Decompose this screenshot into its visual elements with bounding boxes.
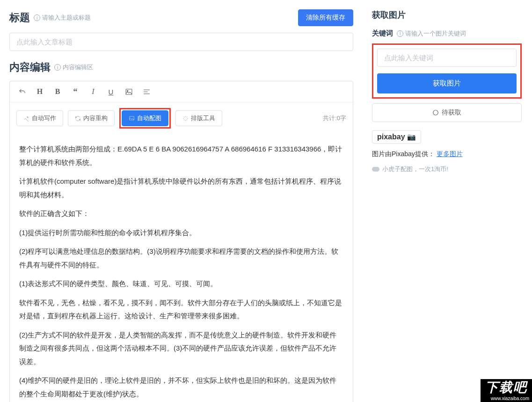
editor-paragraph: (4)维护不同的硬件是旧的，理论上软件是旧的，并不坏，但实际上软件也是旧的和坏的… <box>19 374 343 401</box>
more-images-link[interactable]: 更多图片 <box>437 150 463 158</box>
provider-line: 图片由Pixabay提供： 更多图片 <box>372 150 522 158</box>
editor-paragraph: (2)生产方式不同的软件是开发，是人类智能的高发挥，而不是传统意义上的硬件制造。… <box>19 329 343 369</box>
editor-paragraph: 软件的正确含义如下： <box>19 207 343 221</box>
editor-paragraph: 计算机软件(computer software)是指计算机系统中除硬件以外的所有… <box>19 175 343 201</box>
editor-paragraph: 整个计算机系统由两部分组成：E.69DA 5 E 6 BA 9062616964… <box>19 143 343 169</box>
fetch-image-button[interactable]: 获取图片 <box>377 73 517 93</box>
info-icon: i <box>54 64 61 71</box>
editor-box: H B “ I U 自动写作 内容重构 <box>9 81 353 402</box>
cloud-icon <box>372 167 379 172</box>
svg-rect-0 <box>126 89 132 94</box>
underline-icon[interactable]: U <box>105 86 117 97</box>
svg-point-6 <box>433 110 438 115</box>
auto-image-button[interactable]: 自动配图 <box>122 110 168 126</box>
bold-icon[interactable]: B <box>52 86 63 97</box>
title-hint: i 请输入主题或标题 <box>34 14 91 22</box>
article-title-input[interactable] <box>9 33 353 51</box>
pixabay-badge: pixabay 📷 <box>372 130 421 144</box>
undo-icon[interactable] <box>16 86 28 97</box>
align-icon[interactable] <box>141 86 152 97</box>
camera-icon: 📷 <box>407 133 416 141</box>
title-header: 标题 i 请输入主题或标题 清除所有缓存 <box>9 9 353 26</box>
fetch-image-title: 获取图片 <box>372 9 522 21</box>
layout-tool-button[interactable]: 排版工具 <box>175 110 222 126</box>
clear-cache-button[interactable]: 清除所有缓存 <box>298 9 353 26</box>
main-panel: 标题 i 请输入主题或标题 清除所有缓存 内容编辑 i 内容编辑区 H <box>0 0 363 402</box>
editor-paragraph: (1)表达形式不同的硬件类型、颜色、味道、可见、可摸、可闻。 <box>19 277 343 291</box>
keyword-label: 关键词 <box>372 29 393 38</box>
editor-paragraph: (2)程序可以满意地处理信息的数据结构。(3)说明程序功能要求和程序需要的文档的… <box>19 245 343 272</box>
tip-line: 小虎子配图，一次1淘币! <box>372 165 522 173</box>
title-label: 标题 <box>9 11 30 25</box>
editor-paragraph: (1)提供运行时所需功能和性能的命令或计算机程序集合。 <box>19 226 343 240</box>
content-header: 内容编辑 i 内容编辑区 <box>9 60 353 74</box>
word-counter: 共计:0字 <box>323 114 346 122</box>
restructure-button[interactable]: 内容重构 <box>68 110 115 126</box>
auto-write-button[interactable]: 自动写作 <box>16 110 63 126</box>
content-hint: i 内容编辑区 <box>54 63 93 72</box>
keyword-label-row: 关键词 i 请输入一个图片关键词 <box>372 29 522 38</box>
image-icon[interactable] <box>123 86 134 97</box>
action-toolbar: 自动写作 内容重构 自动配图 排版工具 <box>10 102 353 134</box>
keyword-input[interactable] <box>377 49 517 67</box>
sidebar-panel: 获取图片 关键词 i 请输入一个图片关键词 获取图片 待获取 pixabay 📷… <box>363 0 531 402</box>
auto-image-highlight: 自动配图 <box>119 108 171 129</box>
format-toolbar: H B “ I U <box>10 81 353 102</box>
heading-icon[interactable]: H <box>34 86 45 97</box>
editor-content[interactable]: 整个计算机系统由两部分组成：E.69DA 5 E 6 BA 9062616964… <box>10 134 353 402</box>
svg-point-1 <box>127 90 128 91</box>
keyword-highlight: 获取图片 <box>372 43 522 99</box>
info-icon: i <box>34 14 40 21</box>
info-icon: i <box>397 30 403 37</box>
pending-button[interactable]: 待获取 <box>372 103 522 122</box>
quote-icon[interactable]: “ <box>70 86 81 97</box>
italic-icon[interactable]: I <box>87 86 99 97</box>
editor-paragraph: 软件看不见，无色，枯燥，看不见，摸不到，闻不到。软件大部分存在于人们的头脑或纸上… <box>19 296 343 323</box>
content-label: 内容编辑 <box>9 60 51 74</box>
